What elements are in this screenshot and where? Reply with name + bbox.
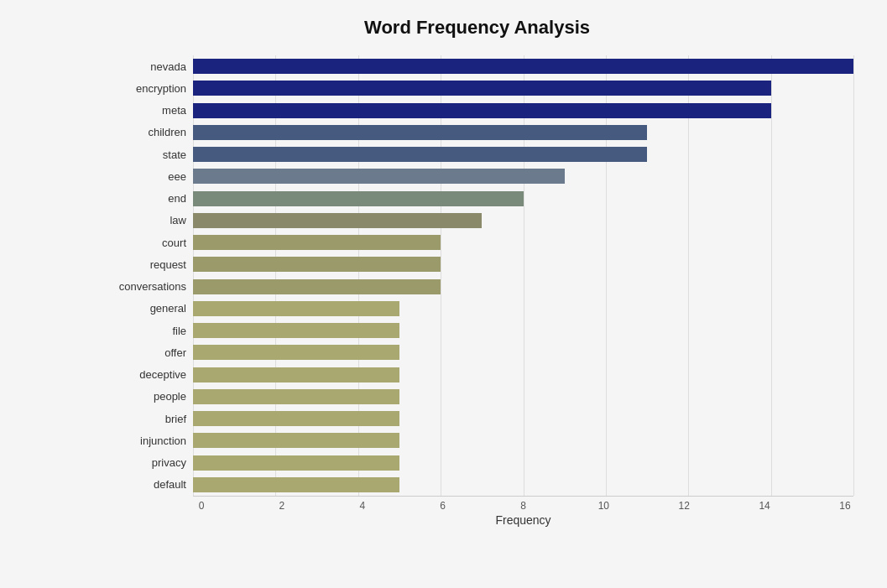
bar-row: general — [101, 299, 853, 318]
x-tick: 16 — [837, 500, 853, 512]
bar-row: privacy — [101, 454, 853, 472]
bar-row: encryption — [101, 79, 853, 97]
bar-label: privacy — [101, 456, 193, 469]
bar-row: state — [101, 145, 853, 164]
bar-label: default — [101, 478, 193, 491]
bar-fill — [193, 433, 399, 448]
bar-fill — [193, 257, 441, 272]
bar-track — [193, 169, 853, 184]
bar-track — [193, 345, 853, 360]
bar-row: injunction — [101, 431, 853, 450]
bar-track — [193, 477, 853, 492]
bar-track — [193, 191, 853, 206]
bar-row: deceptive — [101, 366, 853, 384]
bar-track — [193, 279, 853, 294]
bar-row: end — [101, 190, 853, 208]
bar-row: conversations — [101, 278, 853, 296]
bar-row: children — [101, 123, 853, 142]
grid-line — [853, 55, 854, 496]
bar-track — [193, 81, 853, 96]
bar-label: injunction — [101, 434, 193, 447]
chart-container: Word Frequency Analysis nevadaencryption… — [0, 0, 887, 588]
x-tick: 6 — [435, 500, 451, 512]
bar-label: eee — [101, 170, 193, 183]
x-tick: 0 — [193, 500, 210, 512]
bar-fill — [193, 169, 565, 184]
bar-fill — [193, 367, 399, 382]
bar-row: default — [101, 476, 853, 494]
bar-track — [193, 323, 853, 338]
x-axis-line — [193, 496, 853, 497]
chart-title: Word Frequency Analysis — [101, 17, 853, 39]
bar-fill — [193, 81, 771, 96]
bar-fill — [193, 279, 441, 294]
bar-track — [193, 301, 853, 316]
bar-fill — [193, 477, 399, 492]
x-axis: 0246810121416 Frequency — [193, 496, 853, 529]
bar-track — [193, 389, 853, 404]
bar-row: file — [101, 321, 853, 340]
bar-label: encryption — [101, 82, 193, 95]
bar-fill — [193, 235, 441, 250]
bar-label: file — [101, 325, 193, 337]
bar-fill — [193, 191, 524, 206]
x-tick: 12 — [676, 500, 692, 512]
bar-fill — [193, 323, 399, 338]
bar-row: court — [101, 233, 853, 252]
bar-label: general — [101, 302, 193, 315]
x-tick: 10 — [595, 500, 612, 512]
bar-track — [193, 103, 853, 118]
bar-fill — [193, 147, 647, 162]
bar-fill — [193, 213, 482, 228]
bar-row: people — [101, 388, 853, 406]
bar-fill — [193, 345, 399, 360]
bar-fill — [193, 59, 853, 74]
bar-fill — [193, 125, 647, 140]
bar-track — [193, 59, 853, 74]
bar-fill — [193, 103, 771, 118]
bar-fill — [193, 301, 399, 316]
bar-label: end — [101, 192, 193, 205]
bar-fill — [193, 411, 399, 426]
bar-row: eee — [101, 167, 853, 185]
bar-label: offer — [101, 346, 193, 359]
bar-track — [193, 411, 853, 426]
bar-row: brief — [101, 409, 853, 428]
bar-track — [193, 455, 853, 471]
x-tick: 8 — [515, 500, 532, 512]
bar-label: law — [101, 214, 193, 226]
bar-label: request — [101, 258, 193, 271]
bar-label: conversations — [101, 280, 193, 293]
bar-track — [193, 125, 853, 140]
bar-track — [193, 235, 853, 250]
bar-track — [193, 213, 853, 228]
bar-fill — [193, 389, 399, 404]
bar-label: court — [101, 237, 193, 249]
x-tick: 14 — [756, 500, 773, 512]
bar-track — [193, 433, 853, 448]
bar-label: nevada — [101, 60, 193, 73]
bar-label: state — [101, 148, 193, 161]
bar-label: children — [101, 126, 193, 138]
bar-label: deceptive — [101, 368, 193, 381]
x-tick: 2 — [274, 500, 290, 512]
bar-fill — [193, 455, 399, 471]
bar-label: meta — [101, 104, 193, 117]
bar-label: people — [101, 390, 193, 403]
bar-track — [193, 257, 853, 272]
bar-row: request — [101, 255, 853, 273]
x-tick: 4 — [354, 500, 371, 512]
bar-track — [193, 367, 853, 382]
bar-track — [193, 147, 853, 162]
bar-label: brief — [101, 413, 193, 425]
bar-row: meta — [101, 101, 853, 120]
bar-row: offer — [101, 343, 853, 362]
x-axis-label: Frequency — [193, 513, 853, 527]
bar-row: law — [101, 211, 853, 230]
chart-area: nevadaencryptionmetachildrenstateeeeendl… — [101, 55, 853, 529]
x-ticks: 0246810121416 — [193, 496, 853, 512]
bars-section: nevadaencryptionmetachildrenstateeeeendl… — [101, 55, 853, 496]
bar-row: nevada — [101, 57, 853, 75]
